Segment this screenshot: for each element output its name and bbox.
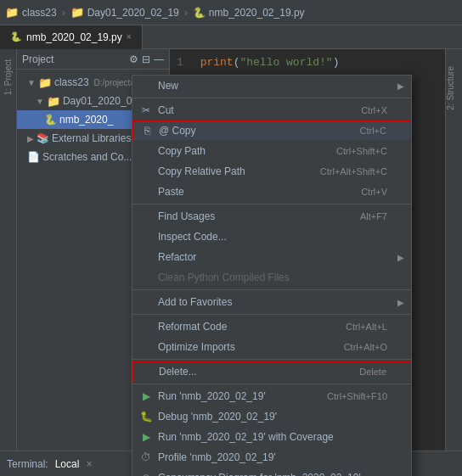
menu-item-delete[interactable]: Delete... Delete xyxy=(132,361,411,382)
menu-item-run[interactable]: ▶ Run 'nmb_2020_02_19' Ctrl+Shift+F10 xyxy=(132,386,411,406)
menu-label-new: New xyxy=(158,80,178,92)
folder-icon-day01: 📁 xyxy=(47,95,60,108)
expand-arrow-ext: ▶ xyxy=(27,134,34,143)
menu-item-find-usages[interactable]: Find Usages Alt+F7 xyxy=(132,206,411,227)
breadcrumb-file[interactable]: nmb_2020_02_19.py xyxy=(209,7,305,19)
cut-icon: ✂ xyxy=(139,104,153,116)
menu-label-refactor: Refactor xyxy=(158,251,196,263)
copy-shortcut: Ctrl+C xyxy=(360,126,403,136)
python-file-icon: 🐍 xyxy=(193,7,206,19)
close-panel-icon[interactable]: — xyxy=(154,53,164,65)
gear-icon[interactable]: ⚙ xyxy=(129,53,138,65)
menu-label-copy: @ Copy xyxy=(159,125,196,137)
menu-label-delete: Delete... xyxy=(159,366,197,378)
python-file-icon-tree: 🐍 xyxy=(44,114,57,126)
menu-item-coverage[interactable]: ▶ Run 'nmb_2020_02_19' with Coverage xyxy=(132,427,411,447)
menu-sep-0 xyxy=(132,98,411,98)
menu-label-concurrency: Concurrency Diagram for 'nmb_2020_02_19' xyxy=(158,472,361,476)
menu-label-cut: Cut xyxy=(158,104,174,116)
breadcrumb-bar: 📁 class23 › 📁 Day01_2020_02_19 › 🐍 nmb_2… xyxy=(0,0,462,25)
menu-item-add-favorites[interactable]: Add to Favorites xyxy=(132,292,411,312)
structure-strip-label[interactable]: 2: Structure xyxy=(446,66,455,110)
menu-sep-2 xyxy=(132,289,411,290)
folder-icon: 📁 xyxy=(5,6,19,19)
breadcrumb-class23[interactable]: class23 xyxy=(22,7,57,19)
menu-item-paste[interactable]: Paste Ctrl+V xyxy=(132,182,411,202)
line-number-1: 1 xyxy=(177,56,183,69)
menu-item-profile[interactable]: ⏱ Profile 'nmb_2020_02_19' xyxy=(132,447,411,468)
code-paren-close: ) xyxy=(333,56,340,69)
menu-label-debug: Debug 'nmb_2020_02_19' xyxy=(158,411,277,423)
menu-label-reformat: Reformat Code xyxy=(158,321,227,333)
code-keyword-print: print xyxy=(200,56,234,69)
ext-lib-icon: 📚 xyxy=(37,132,49,144)
breadcrumb-sep1: › xyxy=(62,7,65,19)
menu-label-profile: Profile 'nmb_2020_02_19' xyxy=(158,451,276,463)
menu-sep-4 xyxy=(132,359,411,360)
menu-item-new[interactable]: New xyxy=(132,76,411,96)
scratches-icon: 📄 xyxy=(27,151,40,163)
left-sidebar-strip: 1: Project xyxy=(0,49,17,451)
terminal-tab-local[interactable]: Local xyxy=(55,458,80,470)
reformat-shortcut: Ctrl+Alt+L xyxy=(346,322,404,332)
expand-arrow-class23: ▼ xyxy=(27,78,36,87)
paste-shortcut: Ctrl+V xyxy=(361,187,404,197)
cut-shortcut: Ctrl+X xyxy=(361,105,404,115)
delete-shortcut: Delete xyxy=(359,367,403,377)
menu-sep-1 xyxy=(132,204,411,204)
menu-item-debug[interactable]: 🐛 Debug 'nmb_2020_02_19' xyxy=(132,406,411,427)
menu-sep-5 xyxy=(132,384,411,384)
menu-sep-3 xyxy=(132,314,411,315)
folder-icon-2: 📁 xyxy=(70,6,84,19)
menu-item-optimize-imports[interactable]: Optimize Imports Ctrl+Alt+O xyxy=(132,337,411,357)
terminal-label: Terminal: xyxy=(7,458,48,470)
debug-icon: 🐛 xyxy=(139,411,153,423)
tab-python-icon: 🐍 xyxy=(10,31,22,42)
menu-label-inspect-code: Inspect Code... xyxy=(158,231,227,243)
menu-item-reformat[interactable]: Reformat Code Ctrl+Alt+L xyxy=(132,316,411,337)
menu-item-copy-path[interactable]: Copy Path Ctrl+Shift+C xyxy=(132,141,411,161)
menu-label-find-usages: Find Usages xyxy=(158,210,215,222)
project-label: Project xyxy=(22,53,54,65)
copy-icon: ⎘ xyxy=(140,125,154,137)
folder-icon-class23: 📁 xyxy=(38,76,52,89)
tab-label: nmb_2020_02_19.py xyxy=(26,31,122,43)
tree-label-ext-libs: External Libraries xyxy=(52,132,131,144)
context-menu: New ✂ Cut Ctrl+X ⎘ @ Copy Ctrl+C Copy Pa… xyxy=(132,75,412,476)
menu-item-copy-relative-path[interactable]: Copy Relative Path Ctrl+Alt+Shift+C xyxy=(132,161,411,182)
find-usages-shortcut: Alt+F7 xyxy=(360,211,404,221)
profile-icon: ⏱ xyxy=(139,451,153,463)
terminal-close-icon[interactable]: × xyxy=(86,458,92,470)
menu-label-optimize-imports: Optimize Imports xyxy=(158,341,235,353)
tree-label-class23: class23 xyxy=(54,76,89,88)
menu-item-refactor[interactable]: Refactor xyxy=(132,247,411,267)
optimize-shortcut: Ctrl+Alt+O xyxy=(344,342,404,352)
menu-item-inspect-code[interactable]: Inspect Code... xyxy=(132,227,411,247)
menu-item-copy[interactable]: ⎘ @ Copy Ctrl+C xyxy=(132,120,411,141)
coverage-icon: ▶ xyxy=(139,431,153,443)
right-sidebar-strip: 2: Structure xyxy=(445,49,462,451)
tab-close-button[interactable]: × xyxy=(127,32,132,42)
menu-label-copy-relative-path: Copy Relative Path xyxy=(158,165,245,177)
project-panel-header: Project ⚙ ⊟ — xyxy=(17,49,169,70)
menu-item-concurrency[interactable]: ⊙ Concurrency Diagram for 'nmb_2020_02_1… xyxy=(132,468,411,476)
pin-icon[interactable]: ⊟ xyxy=(142,53,150,65)
tab-bar: 🐍 nmb_2020_02_19.py × xyxy=(0,25,462,49)
expand-arrow-day01: ▼ xyxy=(36,97,44,106)
menu-item-clean-python: Clean Python Compiled Files xyxy=(132,267,411,288)
tree-label-nmb: nmb_2020_ xyxy=(59,114,113,126)
breadcrumb-day01[interactable]: Day01_2020_02_19 xyxy=(87,7,179,19)
copy-relative-shortcut: Ctrl+Alt+Shift+C xyxy=(320,166,404,176)
project-strip-label[interactable]: 1: Project xyxy=(3,59,13,95)
menu-label-run: Run 'nmb_2020_02_19' xyxy=(158,390,266,402)
menu-label-clean-python: Clean Python Compiled Files xyxy=(158,272,290,283)
run-icon: ▶ xyxy=(139,390,153,402)
breadcrumb-sep2: › xyxy=(184,7,188,19)
concurrency-icon: ⊙ xyxy=(139,472,153,476)
run-shortcut: Ctrl+Shift+F10 xyxy=(327,391,404,401)
menu-item-cut[interactable]: ✂ Cut Ctrl+X xyxy=(132,100,411,120)
menu-label-paste: Paste xyxy=(158,186,184,198)
tab-file[interactable]: 🐍 nmb_2020_02_19.py × xyxy=(0,25,143,49)
tree-label-scratches: Scratches and Co... xyxy=(42,151,132,163)
menu-label-add-favorites: Add to Favorites xyxy=(158,296,232,308)
